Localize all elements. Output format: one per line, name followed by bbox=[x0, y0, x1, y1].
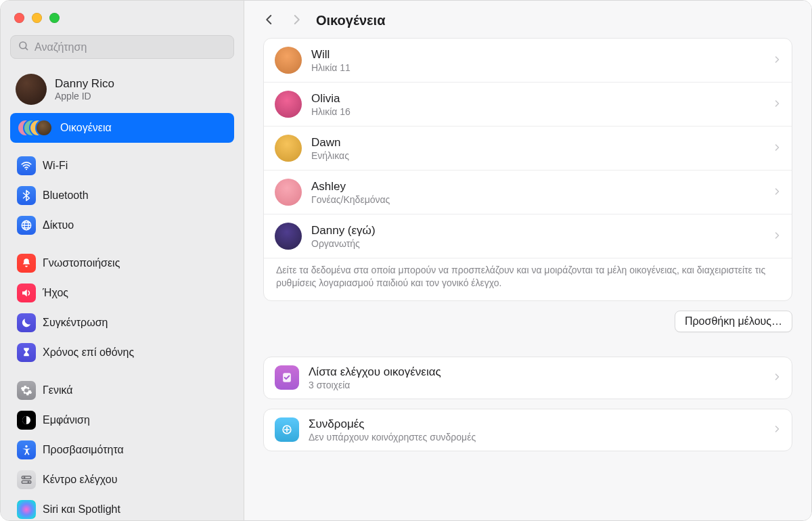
sidebar-item-bluetooth[interactable]: Bluetooth bbox=[10, 181, 234, 210]
subscriptions-group: Συνδρομές Δεν υπάρχουν κοινόχρηστες συνδ… bbox=[263, 409, 792, 451]
sidebar-item-focus[interactable]: Συγκέντρωση bbox=[10, 308, 234, 338]
member-row-danny[interactable]: Danny (εγώ) Οργανωτής bbox=[264, 214, 792, 258]
sidebar-item-label: Γνωστοποιήσεις bbox=[43, 257, 120, 269]
sidebar-item-control-center[interactable]: Κέντρο ελέγχου bbox=[10, 465, 234, 495]
svg-rect-7 bbox=[22, 476, 31, 479]
chevron-right-icon bbox=[773, 185, 781, 200]
search-input[interactable] bbox=[35, 41, 227, 53]
sidebar-item-label: Συγκέντρωση bbox=[43, 317, 108, 329]
account-name: Danny Rico bbox=[55, 77, 114, 91]
sidebar-item-label: Bluetooth bbox=[43, 189, 89, 202]
window-controls bbox=[10, 10, 234, 35]
gear-icon bbox=[17, 381, 36, 400]
svg-line-1 bbox=[25, 47, 28, 50]
account-button[interactable]: Danny Rico Apple ID bbox=[10, 71, 234, 113]
member-row-olivia[interactable]: Olivia Ηλικία 16 bbox=[264, 83, 792, 127]
sidebar-item-label: Siri και Spotlight bbox=[43, 503, 120, 516]
member-sub: Ηλικία 11 bbox=[311, 62, 763, 73]
sidebar-item-siri-spotlight[interactable]: Siri και Spotlight bbox=[10, 495, 234, 520]
row-sub: 3 στοιχεία bbox=[309, 380, 763, 390]
hourglass-icon bbox=[17, 343, 36, 362]
moon-icon bbox=[17, 313, 36, 332]
member-row-dawn[interactable]: Dawn Ενήλικας bbox=[264, 127, 792, 171]
members-group: Will Ηλικία 11 Olivia Ηλικία 16 bbox=[263, 38, 792, 301]
sidebar-item-label: Κέντρο ελέγχου bbox=[43, 474, 117, 486]
sidebar-item-family[interactable]: Οικογένεια bbox=[10, 113, 234, 143]
svg-point-8 bbox=[24, 476, 26, 478]
sidebar-item-appearance[interactable]: Εμφάνιση bbox=[10, 405, 234, 435]
wifi-icon bbox=[17, 156, 36, 175]
checklist-icon bbox=[275, 365, 299, 390]
siri-icon bbox=[17, 500, 36, 519]
member-name: Will bbox=[311, 48, 763, 62]
member-name: Danny (εγώ) bbox=[311, 224, 763, 237]
avatar bbox=[275, 47, 302, 74]
content-header: Οικογένεια bbox=[244, 1, 811, 38]
sidebar-item-accessibility[interactable]: Προσβασιμότητα bbox=[10, 435, 234, 465]
sidebar-item-general[interactable]: Γενικά bbox=[10, 376, 234, 405]
svg-point-10 bbox=[28, 481, 30, 483]
appearance-icon bbox=[17, 411, 36, 430]
bluetooth-icon bbox=[17, 186, 36, 205]
search-icon bbox=[18, 40, 30, 54]
family-icon bbox=[17, 118, 53, 137]
account-sub: Apple ID bbox=[55, 91, 114, 101]
sidebar-item-label: Χρόνος επί οθόνης bbox=[43, 346, 134, 359]
svg-rect-9 bbox=[22, 481, 31, 484]
minimize-button[interactable] bbox=[32, 13, 42, 23]
sidebar-item-label: Γενικά bbox=[43, 384, 73, 397]
subscriptions-icon bbox=[275, 417, 299, 442]
avatar bbox=[275, 91, 302, 118]
nav-buttons bbox=[263, 14, 302, 28]
chevron-right-icon bbox=[773, 423, 781, 437]
member-sub: Γονέας/Κηδεμόνας bbox=[311, 194, 763, 205]
member-row-ashley[interactable]: Ashley Γονέας/Κηδεμόνας bbox=[264, 171, 792, 214]
bell-icon bbox=[17, 254, 36, 273]
back-button[interactable] bbox=[263, 14, 275, 28]
sidebar: Danny Rico Apple ID Οικογένεια Wi-Fi bbox=[1, 1, 244, 520]
members-footer-note: Δείτε τα δεδομένα στα οποία μπορούν να π… bbox=[264, 258, 792, 300]
chevron-right-icon bbox=[773, 141, 781, 156]
sidebar-item-label: Προσβασιμότητα bbox=[43, 444, 124, 456]
row-title: Λίστα ελέγχου οικογένειας bbox=[309, 365, 763, 379]
member-row-will[interactable]: Will Ηλικία 11 bbox=[264, 39, 792, 83]
forward-button bbox=[290, 14, 302, 28]
member-sub: Ενήλικας bbox=[311, 150, 763, 161]
sidebar-item-wifi[interactable]: Wi-Fi bbox=[10, 151, 234, 181]
svg-point-0 bbox=[20, 42, 26, 49]
sidebar-item-notifications[interactable]: Γνωστοποιήσεις bbox=[10, 248, 234, 278]
subscriptions-row[interactable]: Συνδρομές Δεν υπάρχουν κοινόχρηστες συνδ… bbox=[264, 409, 792, 451]
svg-point-2 bbox=[26, 168, 27, 170]
globe-icon bbox=[17, 216, 36, 235]
chevron-right-icon bbox=[773, 53, 781, 68]
family-checklist-row[interactable]: Λίστα ελέγχου οικογένειας 3 στοιχεία bbox=[264, 357, 792, 399]
sidebar-item-label: Εμφάνιση bbox=[43, 414, 90, 426]
svg-point-6 bbox=[25, 445, 27, 447]
avatar bbox=[275, 179, 302, 206]
search-field[interactable] bbox=[10, 35, 234, 59]
row-title: Συνδρομές bbox=[309, 417, 763, 431]
close-button[interactable] bbox=[14, 13, 24, 23]
sidebar-item-label: Οικογένεια bbox=[60, 122, 112, 134]
sidebar-item-label: Wi-Fi bbox=[43, 160, 68, 172]
avatar bbox=[16, 74, 47, 105]
sidebar-item-screen-time[interactable]: Χρόνος επί οθόνης bbox=[10, 338, 234, 367]
checklist-group: Λίστα ελέγχου οικογένειας 3 στοιχεία bbox=[263, 357, 792, 399]
chevron-right-icon bbox=[773, 371, 781, 385]
member-name: Ashley bbox=[311, 180, 763, 194]
accessibility-icon bbox=[17, 440, 36, 459]
member-name: Dawn bbox=[311, 136, 763, 150]
member-name: Olivia bbox=[311, 92, 763, 106]
sidebar-item-label: Δίκτυο bbox=[43, 219, 74, 231]
zoom-button[interactable] bbox=[49, 13, 60, 23]
main-content: Οικογένεια Will Ηλικία 11 bbox=[244, 1, 811, 520]
chevron-right-icon bbox=[773, 229, 781, 244]
sidebar-item-label: Ήχος bbox=[43, 287, 68, 299]
sidebar-item-sound[interactable]: Ήχος bbox=[10, 278, 234, 308]
page-title: Οικογένεια bbox=[316, 13, 385, 28]
avatar bbox=[275, 135, 302, 162]
chevron-right-icon bbox=[773, 97, 781, 112]
add-member-button[interactable]: Προσθήκη μέλους… bbox=[675, 311, 792, 332]
sidebar-item-network[interactable]: Δίκτυο bbox=[10, 210, 234, 240]
sliders-icon bbox=[17, 470, 36, 489]
